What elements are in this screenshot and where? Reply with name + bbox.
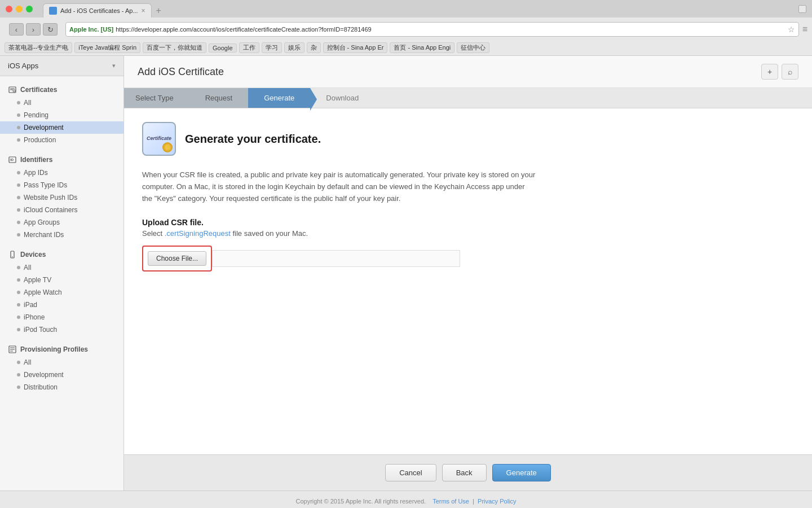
cert-header: Certificate Generate your certificate. [142,122,794,156]
header-actions: + ⌕ [761,64,798,80]
sidebar-item-ipod-touch[interactable]: iPod Touch [0,323,123,336]
sidebar-item-label: Pending [24,111,48,119]
bookmark-item[interactable]: 首页 - Sina App Engi [390,42,454,53]
bookmark-star-icon[interactable]: ☆ [788,25,795,34]
step-request[interactable]: Request [189,88,248,108]
identifiers-section-header: ID Identifiers [0,151,123,167]
file-upload-box: Choose File... [142,246,212,271]
back-button[interactable]: ‹ [9,23,24,36]
sidebar-item-label: iPhone [24,313,45,321]
sidebar-item-ipad[interactable]: iPad [0,299,123,311]
upload-instruction: Select .certSigningRequest file saved on… [142,229,794,238]
step-select-type[interactable]: Select Type [124,88,189,108]
sidebar-item-label: Merchant IDs [24,231,64,239]
bookmark-item[interactable]: iTeye Java编程 Sprin [74,42,140,53]
address-url: https://developer.apple.com/account/ios/… [116,26,785,33]
dot-icon [17,196,20,199]
search-button[interactable]: ⌕ [782,64,798,80]
steps-bar: Select Type Request Generate Download [124,88,812,108]
sidebar-item-merchant-ids[interactable]: Merchant IDs [0,229,123,241]
profile-icon [8,345,17,354]
fullscreen-button[interactable] [793,0,812,17]
bookmark-item[interactable]: 控制台 - Sina App Er [323,42,388,53]
sidebar-item-development[interactable]: Development [0,121,123,134]
app-type-dropdown[interactable]: iOS Apps ▾ [0,56,123,76]
window-maximize-button[interactable] [26,6,33,12]
bookmark-item[interactable]: 征信中心 [457,42,489,53]
sidebar-item-development-profile[interactable]: Development [0,369,123,381]
dot-icon [17,221,20,224]
dot-icon [17,373,20,376]
sidebar-item-label: Apple TV [24,276,51,284]
cert-signing-request-link[interactable]: .certSigningRequest [165,229,231,238]
dot-icon [17,278,20,282]
sidebar-item-app-groups[interactable]: App Groups [0,216,123,229]
dot-icon [17,291,20,294]
browser-tab[interactable]: Add - iOS Certificates - Ap... × [43,3,152,17]
sidebar-item-apple-watch[interactable]: Apple Watch [0,286,123,299]
dot-icon [17,316,20,319]
sidebar-item-all-devices[interactable]: All [0,261,123,274]
bookmark-item[interactable]: Google [209,43,236,52]
dot-icon [17,361,20,364]
tab-title: Add - iOS Certificates - Ap... [60,7,138,14]
sidebar-item-label: Development [24,371,64,379]
sidebar-item-label: Pass Type IDs [24,181,67,189]
sidebar-item-pass-type-ids[interactable]: Pass Type IDs [0,179,123,191]
sidebar-item-label: All [24,99,31,107]
sidebar-item-icloud-containers[interactable]: iCloud Containers [0,204,123,216]
cancel-button[interactable]: Cancel [385,464,436,481]
sidebar-item-pending[interactable]: Pending [0,109,123,121]
browser-menu-button[interactable]: ≡ [802,24,807,34]
certificates-section-header: Certificates [0,81,123,97]
step-generate[interactable]: Generate [248,88,310,108]
back-button[interactable]: Back [442,464,487,481]
upload-section-title: Upload CSR file. [142,218,794,227]
sidebar-item-iphone[interactable]: iPhone [0,311,123,323]
bookmark-item[interactable]: 杂 [307,42,321,53]
dot-icon [17,303,20,306]
certificates-label: Certificates [20,86,57,94]
page-title: Add iOS Certificate [138,66,224,78]
sidebar-item-website-push-ids[interactable]: Website Push IDs [0,191,123,204]
privacy-policy-link[interactable]: Privacy Policy [478,498,516,505]
certificate-icon [8,85,17,94]
step-label: Download [326,94,359,102]
new-tab-button[interactable]: + [153,6,165,16]
reload-button[interactable]: ↻ [43,23,58,36]
bookmark-item[interactable]: 茶茗电器--专业生产电 [5,42,72,53]
dot-icon [17,126,20,129]
bookmark-item[interactable]: 娱乐 [284,42,304,53]
sidebar-item-label: All [24,358,31,366]
sidebar-item-all-profiles[interactable]: All [0,356,123,369]
sidebar-item-production[interactable]: Production [0,134,123,146]
sidebar-item-apple-tv[interactable]: Apple TV [0,274,123,286]
tab-close-button[interactable]: × [142,7,145,15]
bookmark-item[interactable]: 学习 [262,42,282,53]
choose-file-button[interactable]: Choose File... [148,251,206,266]
forward-button[interactable]: › [26,23,41,36]
dot-icon [17,266,20,269]
cert-badge-icon [162,142,173,152]
profiles-section-header: Provisioning Profiles [0,340,123,356]
devices-section-header: Devices [0,246,123,261]
page-footer: Copyright © 2015 Apple Inc. All rights r… [0,491,812,508]
identifiers-label: Identifiers [20,156,52,164]
address-bar[interactable]: Apple Inc. [US] https://developer.apple.… [65,22,799,37]
file-upload-area: Choose File... [142,246,794,271]
sidebar-item-all-certs[interactable]: All [0,97,123,109]
sidebar-item-distribution-profile[interactable]: Distribution [0,381,123,393]
bookmark-item[interactable]: 工作 [239,42,259,53]
add-button[interactable]: + [761,64,778,80]
window-close-button[interactable] [6,6,12,12]
sidebar-item-app-ids[interactable]: App IDs [0,167,123,179]
svg-text:ID: ID [10,158,14,161]
generate-button[interactable]: Generate [492,464,551,481]
sidebar-item-label: App Groups [24,218,60,226]
bookmark-item[interactable]: 百度一下，你就知道 [143,42,206,53]
sidebar-item-label: iPod Touch [24,326,57,334]
terms-of-use-link[interactable]: Terms of Use [433,498,469,505]
window-minimize-button[interactable] [16,6,23,12]
step-download[interactable]: Download [310,88,374,108]
dot-icon [17,386,20,389]
